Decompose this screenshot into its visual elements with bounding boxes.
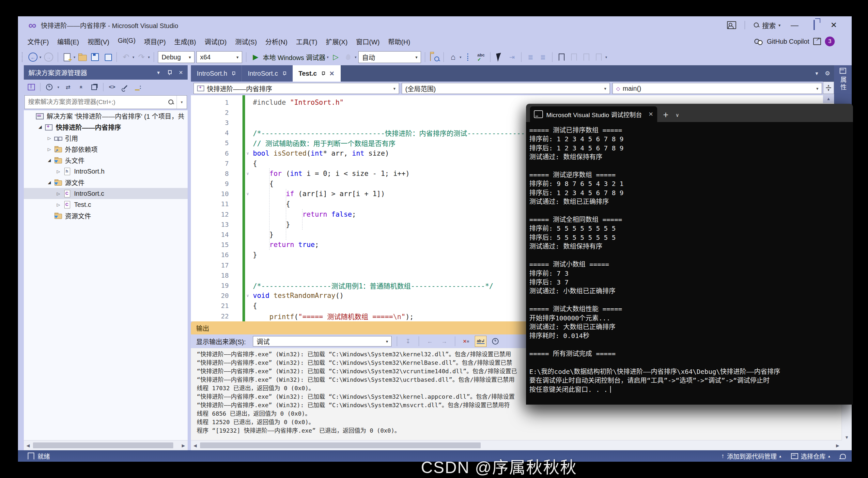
output-horizontal-scrollbar[interactable]: ◀ ▶ [191, 440, 842, 450]
tree-expander-icon[interactable]: ▷ [54, 191, 63, 196]
editor-scroll-up-icon[interactable]: ▲ [823, 94, 834, 103]
uncomment-lines-icon[interactable]: ≣ [538, 52, 548, 62]
search-input[interactable] [25, 99, 168, 106]
hot-reload-icon[interactable] [343, 52, 353, 62]
window-position-icon[interactable]: ▾ [157, 69, 160, 76]
column-select-icon[interactable] [463, 52, 474, 62]
debugger-label[interactable]: 本地 Windows 调试器 [263, 53, 326, 62]
share-icon[interactable] [813, 38, 821, 45]
toggle-bookmark-icon[interactable] [556, 52, 567, 62]
restore-button[interactable] [809, 21, 820, 30]
sync-with-active-document-icon[interactable]: ⇄ [64, 83, 72, 91]
navigate-forward-button[interactable]: → [43, 52, 54, 62]
next-message-icon[interactable]: → [439, 336, 450, 347]
jump-to-message-icon[interactable]: ↧ [402, 336, 413, 347]
chevron-down-icon[interactable]: ▾ [148, 55, 150, 59]
home-window-layout-icon[interactable]: ⌂ [448, 52, 458, 62]
minimize-button[interactable]: — [789, 21, 800, 30]
menu-item[interactable]: 视图(V) [83, 35, 114, 48]
chevron-down-icon[interactable]: ▾ [132, 55, 134, 59]
start-debugging-button[interactable]: ▶ [250, 52, 261, 62]
collapse-all-icon[interactable]: « [77, 83, 86, 91]
show-all-files-icon[interactable]: <> [108, 83, 117, 91]
sidebar-horizontal-scrollbar[interactable]: ◀ ▶ [24, 440, 188, 450]
tree-item[interactable]: ▷引用 [24, 132, 188, 144]
comment-lines-icon[interactable]: ≣ [525, 52, 536, 62]
scroll-left-icon[interactable]: ◀ [191, 443, 199, 448]
menu-item[interactable]: 窗口(W) [352, 35, 384, 48]
feedback-flag-icon[interactable] [28, 452, 34, 460]
tree-item[interactable]: ▷CIntroSort.c [24, 188, 188, 199]
clear-all-output-icon[interactable]: ✕≡ [460, 336, 471, 347]
fold-marker-icon[interactable]: ∨ [243, 293, 253, 298]
save-button[interactable] [90, 52, 100, 62]
scope-dropdown[interactable]: (全局范围)▾ [402, 83, 610, 94]
chevron-down-icon[interactable]: ▾ [605, 55, 607, 59]
notifications-badge[interactable]: 3 [825, 36, 835, 46]
find-in-files-icon[interactable] [429, 52, 439, 62]
solution-config-dropdown[interactable]: Debug▾ [158, 51, 194, 63]
save-all-button[interactable] [102, 52, 113, 62]
toolbar-grip[interactable] [22, 52, 25, 62]
scroll-right-icon[interactable]: ▶ [833, 443, 842, 448]
editor-tab[interactable]: IntroSort.c [242, 65, 292, 82]
add-to-source-control-button[interactable]: ↑ 添加到源代码管理 ▴ [721, 452, 781, 460]
new-tab-button[interactable]: + [663, 109, 668, 120]
previous-bookmark-icon[interactable] [569, 52, 579, 62]
toggle-word-wrap-icon[interactable]: ab↲ [475, 336, 487, 347]
scrollbar-thumb[interactable] [33, 442, 173, 448]
properties-copy-icon[interactable] [90, 83, 98, 91]
next-bookmark-icon[interactable] [581, 52, 592, 62]
close-icon[interactable]: ✕ [329, 70, 335, 77]
tree-item[interactable]: ◢源文件 [24, 177, 188, 188]
tree-item[interactable]: ◢头文件 [24, 155, 188, 166]
select-to-caret-icon[interactable] [494, 52, 505, 62]
preview-selected-items-icon[interactable]: ▁: [134, 83, 143, 91]
menu-item[interactable]: 扩展(X) [321, 35, 352, 48]
terminal-tab[interactable]: Microsoft Visual Studio 调试控制台 ✕ [530, 106, 657, 122]
editor-splitter-handle[interactable]: ▲▼ [823, 82, 834, 94]
timestamp-clock-icon[interactable] [490, 336, 501, 347]
tree-item[interactable]: ▷hIntroSort.h [24, 166, 188, 177]
tree-expander-icon[interactable]: ◢ [45, 158, 54, 162]
close-icon[interactable]: ✕ [179, 69, 183, 76]
redo-button[interactable]: ↷ [136, 52, 147, 62]
github-copilot-icon[interactable] [754, 39, 763, 44]
tree-expander-icon[interactable]: ▷ [45, 136, 54, 140]
tree-item[interactable]: 资源文件 [24, 210, 188, 221]
chevron-down-icon[interactable]: ▾ [39, 55, 41, 59]
tab-list-dropdown-icon[interactable]: ▼ [814, 71, 819, 76]
tree-expander-icon[interactable]: ▷ [54, 202, 63, 207]
hot-reload-mode-dropdown[interactable]: 自动▾ [358, 51, 421, 63]
select-repository-button[interactable]: 选择仓库 ▴ [791, 452, 830, 460]
undo-button[interactable]: ↶ [121, 52, 131, 62]
menu-item[interactable]: 帮助(H) [384, 35, 414, 48]
pending-changes-filter-icon[interactable] [45, 83, 54, 91]
indent-icon[interactable]: ⇥ [507, 52, 517, 62]
start-without-debugging-button[interactable]: ▷ [331, 52, 341, 62]
copilot-label[interactable]: GitHub Copilot [767, 38, 809, 45]
open-file-button[interactable] [78, 52, 88, 62]
tree-item[interactable]: ◢快排进阶——内省排序 [24, 121, 188, 132]
tree-item[interactable]: ▷↗外部依赖项 [24, 144, 188, 155]
tree-expander-icon[interactable]: ◢ [45, 180, 54, 185]
scrollbar-thumb[interactable] [200, 442, 480, 448]
pin-icon[interactable] [321, 71, 325, 76]
editor-options-gear-icon[interactable]: ⚙ [825, 70, 830, 77]
navigate-back-button[interactable]: ← [28, 52, 38, 62]
tree-expander-icon[interactable]: ▷ [45, 147, 54, 152]
menu-item[interactable]: 编辑(E) [53, 35, 84, 48]
new-file-button[interactable] [62, 52, 72, 62]
titlebar-search[interactable]: 搜索 ▾ [753, 20, 780, 30]
solution-platform-dropdown[interactable]: x64▾ [196, 51, 242, 63]
search-icon[interactable] [168, 99, 174, 105]
close-button[interactable]: ✕ [828, 21, 839, 30]
menu-item[interactable]: 测试(S) [231, 35, 261, 48]
switch-views-icon[interactable] [27, 83, 36, 91]
scroll-left-icon[interactable]: ◀ [24, 443, 32, 448]
project-dropdown[interactable]: 快排进阶——内省排序▾ [193, 83, 399, 94]
pin-icon[interactable] [167, 70, 172, 75]
scroll-down-icon[interactable]: ▼ [842, 435, 852, 440]
menu-item[interactable]: 工具(T) [292, 35, 322, 48]
menu-item[interactable]: 调试(D) [200, 35, 231, 48]
